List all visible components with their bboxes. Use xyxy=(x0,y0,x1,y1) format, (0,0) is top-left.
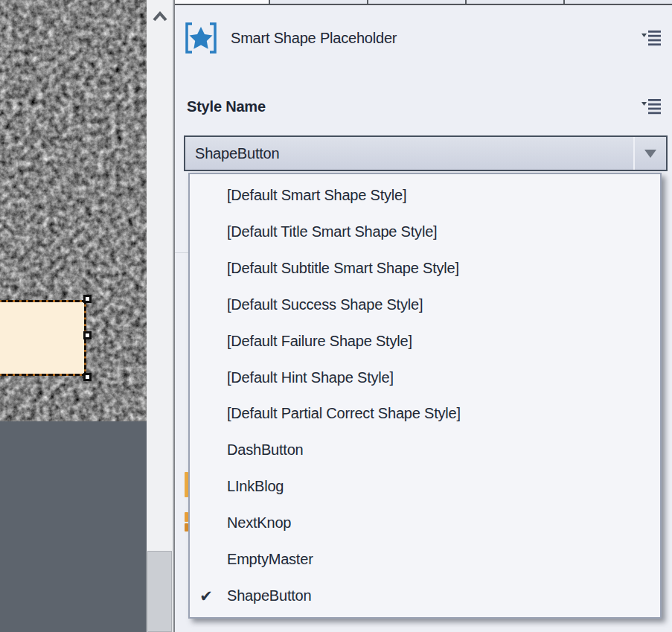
style-option[interactable]: ✔ [Default Title Smart Shape Style] xyxy=(190,214,660,250)
smart-shape-placeholder-icon xyxy=(184,20,218,56)
check-icon: ✔ xyxy=(194,587,218,605)
style-option[interactable]: ✔ [Default Subtitle Smart Shape Style] xyxy=(190,250,660,287)
properties-panel: Smart Shape Placeholder Style Name Shape xyxy=(175,0,672,632)
style-option-label: EmptyMaster xyxy=(227,551,313,568)
resize-handle-middle-right[interactable] xyxy=(83,331,92,339)
resize-handle-top-right[interactable] xyxy=(83,295,92,303)
canvas-stage xyxy=(0,0,147,421)
style-option-label: [Default Smart Shape Style] xyxy=(227,187,406,204)
style-option[interactable]: ✔ LInkBlog xyxy=(190,468,660,505)
style-option-label: [Default Subtitle Smart Shape Style] xyxy=(227,260,459,277)
style-option[interactable]: ✔ [Default Partial Correct Shape Style] xyxy=(190,396,660,432)
style-option-label: LInkBlog xyxy=(227,478,284,495)
style-option-label: ShapeButton xyxy=(227,587,311,604)
panel-menu-button[interactable] xyxy=(641,27,663,49)
canvas-pasteboard xyxy=(0,421,147,632)
style-option[interactable]: ✔ [Default Success Shape Style] xyxy=(190,287,660,323)
style-dropdown-list: ✔ [Default Smart Shape Style] ✔ [Default… xyxy=(188,173,662,619)
combobox-arrow-button[interactable] xyxy=(633,137,666,170)
style-menu-icon xyxy=(641,98,662,115)
style-option-label: [Default Failure Shape Style] xyxy=(227,333,412,350)
style-option[interactable]: ✔ [Default Failure Shape Style] xyxy=(190,323,660,360)
style-option-label: [Default Title Smart Shape Style] xyxy=(227,223,437,240)
style-option-label: [Default Success Shape Style] xyxy=(227,296,423,313)
style-name-label: Style Name xyxy=(187,98,266,115)
placeholder-header-row: Smart Shape Placeholder xyxy=(184,19,663,57)
resize-handle-bottom-right[interactable] xyxy=(83,373,92,381)
style-option[interactable]: ✔ EmptyMaster xyxy=(190,541,660,578)
tab-strip-border xyxy=(175,4,672,5)
scroll-up-arrow-icon[interactable] xyxy=(150,9,170,25)
scrollbar-thumb[interactable] xyxy=(147,551,172,632)
selection-dashed-border xyxy=(0,300,86,376)
style-option[interactable]: ✔ DashButton xyxy=(190,432,660,468)
style-name-row: Style Name xyxy=(187,95,663,118)
dropdown-arrow-icon xyxy=(644,150,656,158)
style-option[interactable]: ✔ NextKnop xyxy=(190,505,660,541)
style-option[interactable]: ✔ [Default Smart Shape Style] xyxy=(190,177,660,214)
style-option-label: [Default Hint Shape Style] xyxy=(227,369,394,386)
style-option[interactable]: ✔ ShapeButton xyxy=(190,578,660,614)
style-menu-button[interactable] xyxy=(641,95,663,118)
style-option-label: [Default Partial Correct Shape Style] xyxy=(227,405,461,422)
style-option-label: NextKnop xyxy=(227,514,291,532)
canvas-scrollbar[interactable] xyxy=(147,0,173,632)
selected-placeholder-shape[interactable] xyxy=(0,300,86,376)
style-combobox-value: ShapeButton xyxy=(195,145,279,162)
style-option[interactable]: ✔ [Default Hint Shape Style] xyxy=(190,360,660,396)
occluded-separator-fragment xyxy=(175,252,188,253)
panel-menu-icon xyxy=(641,30,662,46)
style-combobox[interactable]: ShapeButton xyxy=(184,135,668,171)
panel-title: Smart Shape Placeholder xyxy=(231,30,397,47)
style-option-label: DashButton xyxy=(227,441,304,459)
